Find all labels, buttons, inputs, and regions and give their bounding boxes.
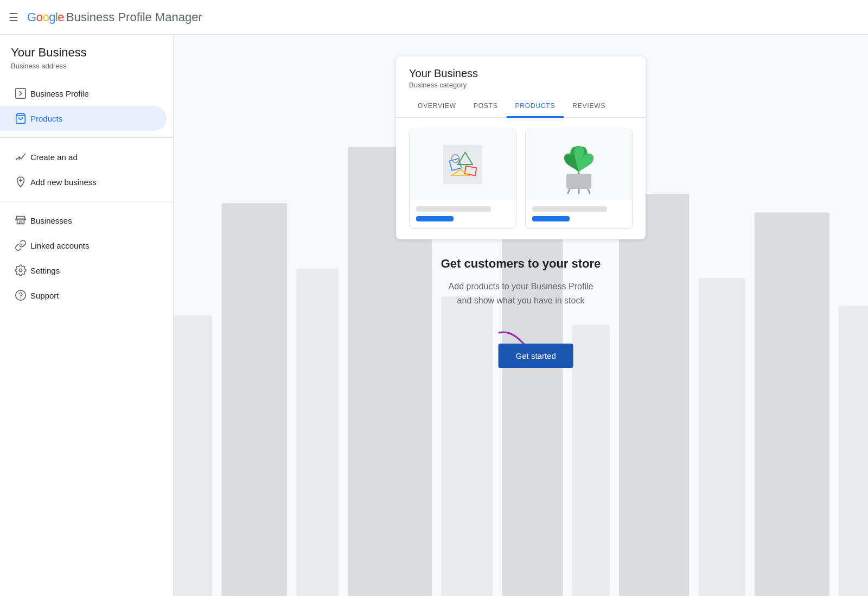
- sidebar-item-business-profile-label: Business Profile: [30, 89, 156, 98]
- main-layout: Your Business Business address Business …: [0, 35, 868, 596]
- svg-point-6: [19, 269, 22, 272]
- sidebar-item-products[interactable]: Products: [0, 106, 167, 131]
- google-logo: Google: [27, 10, 64, 24]
- svg-rect-5: [19, 222, 22, 224]
- product-price-placeholder-2: [532, 216, 570, 221]
- tab-overview[interactable]: OVERVIEW: [409, 96, 465, 118]
- arrow-right-box-icon: [11, 87, 30, 99]
- product-item-1: [409, 129, 516, 229]
- sidebar-item-products-label: Products: [30, 114, 156, 123]
- sidebar-item-settings-label: Settings: [30, 266, 156, 275]
- svg-rect-45: [566, 174, 591, 189]
- menu-icon[interactable]: ☰: [9, 11, 18, 24]
- storefront-icon: [11, 214, 30, 226]
- main-content: Your Business Business category OVERVIEW…: [174, 35, 868, 596]
- sidebar-item-business-profile[interactable]: Business Profile: [0, 81, 167, 106]
- get-started-button[interactable]: Get started: [499, 344, 573, 368]
- sidebar-item-settings[interactable]: Settings: [0, 258, 167, 283]
- sidebar-item-support[interactable]: Support: [0, 283, 167, 308]
- svg-rect-13: [174, 315, 212, 596]
- card-tabs: OVERVIEW POSTS PRODUCTS REVIEWS: [396, 96, 646, 118]
- ads-icon: [11, 151, 30, 163]
- product-name-placeholder-2: [532, 206, 607, 212]
- product-item-2: [525, 129, 633, 229]
- sidebar: Your Business Business address Business …: [0, 35, 174, 596]
- nav-divider-2: [0, 201, 173, 201]
- svg-rect-0: [16, 88, 25, 98]
- settings-icon: [11, 264, 30, 276]
- svg-rect-21: [698, 278, 745, 596]
- sidebar-item-linked-accounts-label: Linked accounts: [30, 241, 156, 250]
- nav-divider-1: [0, 137, 173, 138]
- add-location-icon: [11, 176, 30, 188]
- sidebar-business-address: Business address: [0, 62, 173, 81]
- promo-description: Add products to your Business Profileand…: [449, 280, 593, 307]
- sidebar-item-support-label: Support: [30, 291, 156, 300]
- sidebar-item-linked-accounts[interactable]: Linked accounts: [0, 233, 167, 258]
- svg-rect-14: [222, 203, 288, 596]
- svg-point-7: [16, 290, 25, 300]
- svg-rect-4: [16, 219, 25, 220]
- card-header: Your Business Business category: [396, 56, 646, 96]
- business-card: Your Business Business category OVERVIEW…: [396, 56, 646, 239]
- app-title: Business Profile Manager: [66, 10, 202, 24]
- sidebar-business-name: Your Business: [0, 46, 173, 62]
- product-name-placeholder-1: [416, 206, 491, 212]
- card-container: Your Business Business category OVERVIEW…: [385, 56, 656, 368]
- sidebar-item-add-business-label: Add new business: [30, 177, 156, 187]
- product-image-2: [526, 129, 632, 200]
- promo-title: Get customers to your store: [441, 257, 601, 271]
- svg-rect-15: [296, 269, 339, 596]
- product-price-placeholder-1: [416, 216, 454, 221]
- card-products: [396, 118, 646, 239]
- sidebar-item-add-business[interactable]: Add new business: [0, 169, 167, 194]
- arrow-button-container: Get started: [385, 325, 656, 368]
- link-icon: [11, 239, 30, 251]
- help-icon: [11, 289, 30, 301]
- tab-posts[interactable]: POSTS: [465, 96, 507, 118]
- card-business-name: Your Business: [409, 67, 633, 80]
- sidebar-item-create-ad-label: Create an ad: [30, 153, 156, 162]
- tab-reviews[interactable]: REVIEWS: [564, 96, 614, 118]
- basket-icon: [11, 112, 30, 124]
- product-image-1: [410, 129, 516, 200]
- header: ☰ Google Business Profile Manager: [0, 0, 868, 35]
- sidebar-item-create-ad[interactable]: Create an ad: [0, 144, 167, 169]
- tab-products[interactable]: PRODUCTS: [507, 96, 564, 118]
- sidebar-item-businesses-label: Businesses: [30, 216, 156, 225]
- svg-rect-23: [839, 306, 868, 596]
- product-info-1: [410, 200, 516, 228]
- product-info-2: [526, 200, 632, 228]
- sidebar-item-businesses[interactable]: Businesses: [0, 208, 167, 233]
- card-business-category: Business category: [409, 81, 633, 89]
- svg-rect-22: [755, 212, 829, 596]
